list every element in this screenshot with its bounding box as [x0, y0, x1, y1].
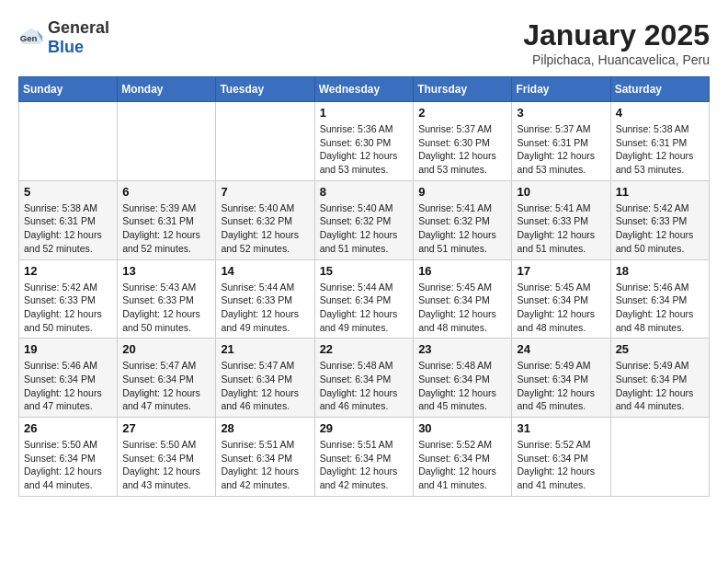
- calendar-day-cell: [216, 102, 314, 181]
- calendar-day-cell: 22Sunrise: 5:48 AM Sunset: 6:34 PM Dayli…: [314, 339, 414, 418]
- day-info: Sunrise: 5:49 AM Sunset: 6:34 PM Dayligh…: [616, 359, 704, 413]
- calendar-week-row: 12Sunrise: 5:42 AM Sunset: 6:33 PM Dayli…: [19, 259, 710, 339]
- day-number: 20: [122, 342, 210, 356]
- day-number: 22: [320, 342, 409, 356]
- day-number: 27: [122, 421, 210, 435]
- day-number: 21: [221, 342, 309, 356]
- day-info: Sunrise: 5:37 AM Sunset: 6:31 PM Dayligh…: [517, 122, 605, 177]
- calendar-day-cell: 11Sunrise: 5:42 AM Sunset: 6:33 PM Dayli…: [610, 180, 709, 259]
- calendar-day-cell: 25Sunrise: 5:49 AM Sunset: 6:34 PM Dayli…: [610, 339, 709, 418]
- day-number: 9: [418, 185, 506, 199]
- logo-blue: Blue: [48, 38, 109, 57]
- day-info: Sunrise: 5:42 AM Sunset: 6:33 PM Dayligh…: [616, 201, 704, 256]
- day-number: 30: [418, 421, 506, 435]
- day-info: Sunrise: 5:41 AM Sunset: 6:32 PM Dayligh…: [418, 201, 506, 256]
- day-info: Sunrise: 5:46 AM Sunset: 6:34 PM Dayligh…: [616, 281, 704, 335]
- calendar-week-row: 5Sunrise: 5:38 AM Sunset: 6:31 PM Daylig…: [19, 180, 710, 259]
- day-info: Sunrise: 5:50 AM Sunset: 6:34 PM Dayligh…: [122, 438, 210, 492]
- day-info: Sunrise: 5:45 AM Sunset: 6:34 PM Dayligh…: [517, 281, 605, 335]
- calendar-day-cell: 1Sunrise: 5:36 AM Sunset: 6:30 PM Daylig…: [314, 102, 414, 181]
- day-info: Sunrise: 5:50 AM Sunset: 6:34 PM Dayligh…: [24, 438, 112, 492]
- day-info: Sunrise: 5:47 AM Sunset: 6:34 PM Dayligh…: [221, 359, 309, 413]
- day-number: 2: [418, 106, 506, 120]
- day-number: 5: [24, 185, 112, 199]
- day-number: 12: [24, 264, 112, 278]
- day-info: Sunrise: 5:49 AM Sunset: 6:34 PM Dayligh…: [517, 359, 605, 413]
- day-number: 17: [517, 264, 605, 278]
- calendar-day-cell: 15Sunrise: 5:44 AM Sunset: 6:34 PM Dayli…: [314, 259, 414, 339]
- weekday-header: Tuesday: [216, 77, 314, 102]
- day-number: 19: [24, 342, 112, 356]
- calendar-day-cell: 2Sunrise: 5:37 AM Sunset: 6:30 PM Daylig…: [414, 102, 512, 181]
- calendar-week-row: 1Sunrise: 5:36 AM Sunset: 6:30 PM Daylig…: [19, 102, 710, 181]
- day-info: Sunrise: 5:46 AM Sunset: 6:34 PM Dayligh…: [24, 359, 112, 413]
- day-info: Sunrise: 5:41 AM Sunset: 6:33 PM Dayligh…: [517, 201, 605, 256]
- day-number: 24: [517, 342, 605, 356]
- day-info: Sunrise: 5:45 AM Sunset: 6:34 PM Dayligh…: [418, 281, 506, 335]
- day-number: 26: [24, 421, 112, 435]
- calendar-day-cell: 5Sunrise: 5:38 AM Sunset: 6:31 PM Daylig…: [19, 180, 118, 259]
- calendar-day-cell: 4Sunrise: 5:38 AM Sunset: 6:31 PM Daylig…: [610, 102, 709, 181]
- calendar-day-cell: 8Sunrise: 5:40 AM Sunset: 6:32 PM Daylig…: [314, 180, 414, 259]
- day-number: 10: [517, 185, 605, 199]
- day-number: 14: [221, 264, 309, 278]
- calendar-day-cell: [19, 102, 118, 181]
- calendar-day-cell: 24Sunrise: 5:49 AM Sunset: 6:34 PM Dayli…: [512, 339, 610, 418]
- calendar-day-cell: 6Sunrise: 5:39 AM Sunset: 6:31 PM Daylig…: [118, 180, 216, 259]
- calendar-day-cell: 17Sunrise: 5:45 AM Sunset: 6:34 PM Dayli…: [512, 259, 610, 339]
- calendar-day-cell: 29Sunrise: 5:51 AM Sunset: 6:34 PM Dayli…: [314, 418, 414, 497]
- day-number: 7: [221, 185, 309, 199]
- day-number: 29: [320, 421, 409, 435]
- calendar-body: 1Sunrise: 5:36 AM Sunset: 6:30 PM Daylig…: [19, 102, 710, 497]
- calendar-day-cell: 27Sunrise: 5:50 AM Sunset: 6:34 PM Dayli…: [118, 418, 216, 497]
- calendar-week-row: 19Sunrise: 5:46 AM Sunset: 6:34 PM Dayli…: [19, 339, 710, 418]
- day-info: Sunrise: 5:40 AM Sunset: 6:32 PM Dayligh…: [221, 201, 309, 256]
- day-info: Sunrise: 5:36 AM Sunset: 6:30 PM Dayligh…: [320, 122, 409, 177]
- calendar-day-cell: 26Sunrise: 5:50 AM Sunset: 6:34 PM Dayli…: [19, 418, 118, 497]
- weekday-header: Wednesday: [314, 77, 414, 102]
- day-number: 23: [418, 342, 506, 356]
- calendar-day-cell: 28Sunrise: 5:51 AM Sunset: 6:34 PM Dayli…: [216, 418, 314, 497]
- calendar-header: SundayMondayTuesdayWednesdayThursdayFrid…: [19, 77, 710, 102]
- weekday-header: Sunday: [19, 77, 118, 102]
- day-info: Sunrise: 5:44 AM Sunset: 6:34 PM Dayligh…: [320, 281, 409, 335]
- calendar-day-cell: 9Sunrise: 5:41 AM Sunset: 6:32 PM Daylig…: [414, 180, 512, 259]
- day-info: Sunrise: 5:51 AM Sunset: 6:34 PM Dayligh…: [221, 438, 309, 492]
- page-header: Gen General Blue January 2025 Pilpichaca…: [18, 18, 710, 67]
- day-info: Sunrise: 5:39 AM Sunset: 6:31 PM Dayligh…: [122, 201, 210, 256]
- calendar-day-cell: 20Sunrise: 5:47 AM Sunset: 6:34 PM Dayli…: [118, 339, 216, 418]
- day-number: 28: [221, 421, 309, 435]
- day-number: 3: [517, 106, 605, 120]
- day-number: 16: [418, 264, 506, 278]
- calendar-day-cell: 3Sunrise: 5:37 AM Sunset: 6:31 PM Daylig…: [512, 102, 610, 181]
- title-block: January 2025 Pilpichaca, Huancavelica, P…: [523, 18, 710, 67]
- day-info: Sunrise: 5:44 AM Sunset: 6:33 PM Dayligh…: [221, 281, 309, 335]
- day-info: Sunrise: 5:38 AM Sunset: 6:31 PM Dayligh…: [616, 122, 704, 177]
- calendar-day-cell: 16Sunrise: 5:45 AM Sunset: 6:34 PM Dayli…: [414, 259, 512, 339]
- calendar-week-row: 26Sunrise: 5:50 AM Sunset: 6:34 PM Dayli…: [19, 418, 710, 497]
- day-number: 13: [122, 264, 210, 278]
- calendar-day-cell: [610, 418, 709, 497]
- day-info: Sunrise: 5:38 AM Sunset: 6:31 PM Dayligh…: [24, 201, 112, 256]
- day-number: 4: [616, 106, 704, 120]
- svg-text:Gen: Gen: [20, 33, 38, 43]
- calendar-day-cell: 18Sunrise: 5:46 AM Sunset: 6:34 PM Dayli…: [610, 259, 709, 339]
- logo: Gen General Blue: [18, 18, 109, 57]
- calendar-table: SundayMondayTuesdayWednesdayThursdayFrid…: [18, 76, 710, 497]
- day-number: 15: [320, 264, 409, 278]
- location-subtitle: Pilpichaca, Huancavelica, Peru: [523, 52, 710, 67]
- day-info: Sunrise: 5:42 AM Sunset: 6:33 PM Dayligh…: [24, 281, 112, 335]
- day-info: Sunrise: 5:48 AM Sunset: 6:34 PM Dayligh…: [418, 359, 506, 413]
- calendar-day-cell: 19Sunrise: 5:46 AM Sunset: 6:34 PM Dayli…: [19, 339, 118, 418]
- logo-general: General: [48, 18, 109, 38]
- calendar-day-cell: 13Sunrise: 5:43 AM Sunset: 6:33 PM Dayli…: [118, 259, 216, 339]
- calendar-day-cell: 10Sunrise: 5:41 AM Sunset: 6:33 PM Dayli…: [512, 180, 610, 259]
- logo-icon: Gen: [18, 25, 44, 51]
- day-info: Sunrise: 5:51 AM Sunset: 6:34 PM Dayligh…: [320, 438, 409, 492]
- calendar-day-cell: 14Sunrise: 5:44 AM Sunset: 6:33 PM Dayli…: [216, 259, 314, 339]
- calendar-day-cell: [118, 102, 216, 181]
- weekday-header: Friday: [512, 77, 610, 102]
- weekday-header-row: SundayMondayTuesdayWednesdayThursdayFrid…: [19, 77, 710, 102]
- calendar-day-cell: 23Sunrise: 5:48 AM Sunset: 6:34 PM Dayli…: [414, 339, 512, 418]
- day-number: 8: [320, 185, 409, 199]
